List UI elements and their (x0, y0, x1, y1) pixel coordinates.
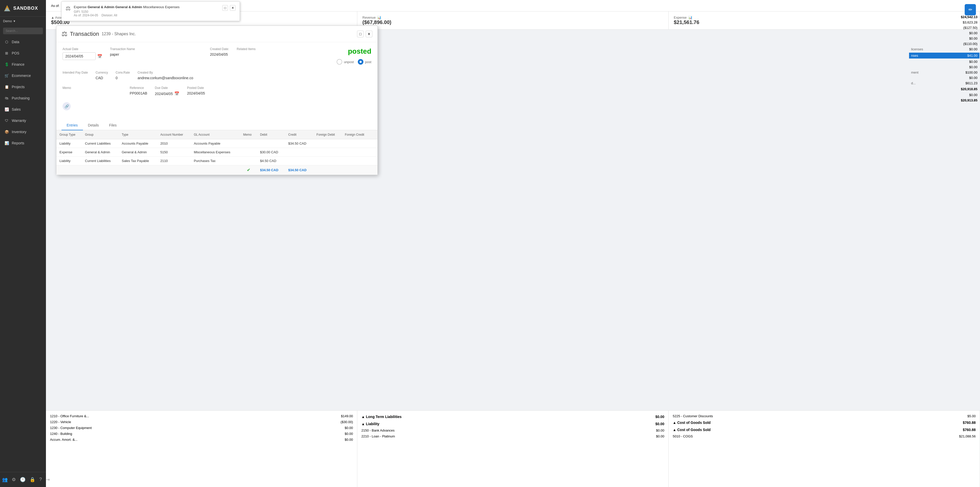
sidebar-item-sales[interactable]: 📈 Sales (0, 104, 46, 115)
sidebar-item-finance[interactable]: 💲 Finance (0, 59, 46, 70)
actual-date-input[interactable]: 2024/04/05 (62, 53, 96, 60)
totals-check-icon: ✔ (240, 165, 257, 175)
projects-icon: 📋 (4, 84, 9, 89)
form-row-1: Actual Date 2024/04/05 📅 Transaction Nam… (62, 47, 371, 65)
app-name: SANDBOX (13, 6, 38, 11)
cell-memo-3 (240, 156, 257, 165)
expense-popup-close[interactable]: ✕ (230, 5, 235, 11)
status-field: posted unpost post (337, 47, 371, 65)
actual-date-field: Actual Date 2024/04/05 📅 (62, 47, 102, 60)
cell-group-1: Current Liabilities (82, 139, 119, 148)
due-date-label: Due Date (155, 86, 180, 90)
gear-icon[interactable]: ⚙ (10, 475, 18, 484)
table-row: Expense General & Admin General & Admin … (56, 148, 377, 156)
sidebar-item-reports[interactable]: 📊 Reports (0, 137, 46, 149)
scales-icon: ⚖ (65, 5, 71, 12)
bottom-col-1: 1210 - Office Furniture &... $149.00 122… (46, 410, 357, 487)
sidebar-item-ecommerce[interactable]: 🛒 Ecommerce (0, 70, 46, 81)
sidebar-item-projects[interactable]: 📋 Projects (0, 81, 46, 93)
col-scrollbar (371, 130, 377, 139)
intended-pay-date-field: Intended Pay Date (62, 71, 88, 74)
totals-scrollbar (371, 165, 377, 175)
pos-icon: ⊞ (4, 51, 9, 56)
expense-dept2: General & Admin (115, 5, 142, 9)
post-option[interactable]: post (358, 59, 371, 65)
reports-icon: 📊 (4, 141, 9, 145)
created-date-field: Created Date: 2024/04/05 (210, 47, 229, 56)
cell-group-3: Current Liabilities (82, 156, 119, 165)
expense-popup-maximize[interactable]: □ (222, 5, 228, 11)
reference-value: PP0001AB (130, 91, 147, 95)
logout-icon[interactable]: ⇥ (44, 475, 52, 484)
col-debit: Debit (257, 130, 285, 139)
clock-icon[interactable]: 🕐 (18, 475, 27, 484)
actual-date-calendar-icon[interactable]: 📅 (97, 54, 102, 59)
modal-body: Actual Date 2024/04/05 📅 Transaction Nam… (56, 42, 377, 118)
cogs2-label: ▲ Cost of Goods Sold (673, 428, 711, 432)
unpost-radio[interactable] (337, 59, 342, 65)
cell-group-type-2: Expense (56, 148, 82, 156)
cell-foreign-credit-1 (342, 139, 371, 148)
expense-popup-controls: □ ✕ (222, 5, 235, 11)
logo-area: SANDBOX (0, 0, 46, 17)
lock-icon[interactable]: 🔒 (27, 475, 37, 484)
search-area (0, 26, 46, 36)
tab-details[interactable]: Details (83, 121, 104, 130)
table-row: Liability Current Liabilities Accounts P… (56, 139, 377, 148)
logo-icon (3, 4, 11, 12)
scrollbar-3 (371, 156, 377, 165)
edit-fab-button[interactable]: ✏ (965, 4, 976, 15)
modal-maximize-button[interactable]: □ (357, 31, 364, 37)
llt-value: $0.00 (655, 415, 664, 419)
sidebar-item-data[interactable]: ⬡ Data (0, 36, 46, 48)
people-icon[interactable]: 👥 (0, 475, 10, 484)
cell-type-1: Accounts Payable (119, 139, 157, 148)
env-selector[interactable]: Demo ▾ (0, 17, 46, 26)
bottom-col-3: 5225 - Customer Discounts $5.00 ▲ Cost o… (669, 410, 980, 487)
created-date-value: 2024/04/05 (210, 53, 229, 56)
posted-date-field: Posted Date 2024/04/05 (187, 86, 205, 95)
item-value-accum: $0.00 (345, 438, 353, 442)
sidebar-item-inventory[interactable]: 📦 Inventory (0, 126, 46, 137)
bottom-item-1240: 1240 - Building $0.00 (50, 431, 353, 437)
tab-entries[interactable]: Entries (62, 121, 83, 130)
sidebar-item-pos[interactable]: ⊞ POS (0, 48, 46, 59)
link-button[interactable]: 🔗 (62, 102, 71, 110)
related-items-label: Related Items (237, 47, 329, 51)
unpost-option[interactable]: unpost (337, 59, 354, 65)
col-foreign-debit: Foreign Debit (313, 130, 342, 139)
expense-as-of: As of: 2024-04-05 Division: All (74, 14, 180, 17)
cell-foreign-credit-2 (342, 148, 371, 156)
warranty-icon: 🛡 (4, 118, 9, 123)
rp-item-1: $0.00 (911, 59, 977, 64)
totals-foreign-debit (313, 165, 342, 175)
revenue-chart-icon[interactable]: 📊 (377, 16, 381, 19)
sidebar-item-warranty[interactable]: 🛡 Warranty (0, 115, 46, 126)
modal-scales-icon: ⚖ (62, 30, 67, 38)
cell-foreign-debit-2 (313, 148, 342, 156)
post-radio[interactable] (358, 59, 363, 65)
entries-table: Group Type Group Type Account Number GL … (56, 130, 377, 175)
cogs-header: ▲ Cost of Goods Sold $760.88 (673, 419, 976, 426)
tab-files[interactable]: Files (104, 121, 122, 130)
bottom-item-2150: 2150 - Bank Advances $0.00 (361, 428, 664, 433)
cogs-value: $760.88 (963, 421, 976, 425)
bottom-item-1210: 1210 - Office Furniture &... $149.00 (50, 413, 353, 419)
transaction-name-label: Transaction Name (110, 47, 202, 51)
due-date-calendar-icon[interactable]: 📅 (174, 91, 180, 96)
due-date-field: Due Date 2024/04/05 📅 (155, 86, 180, 96)
right-value-5: ($110.00) (911, 41, 977, 46)
sidebar: SANDBOX Demo ▾ ⬡ Data ⊞ POS 💲 Finance 🛒 … (0, 0, 46, 487)
bottom-col-2: ▲ Long Term Liabilities $0.00 ▲ Liabilit… (357, 410, 669, 487)
search-input[interactable] (3, 27, 43, 34)
expense-popup: ⚖ Expense General & Admin General & Admi… (61, 1, 240, 21)
help-icon[interactable]: ? (37, 475, 44, 484)
sidebar-item-purchasing[interactable]: 🛍 Purchasing (0, 93, 46, 104)
modal-close-button[interactable]: ✕ (366, 31, 372, 37)
item-label-1240: 1240 - Building (50, 432, 72, 436)
modal-header: ⚖ Transaction 1239 - Shapes Inc. □ ✕ (56, 26, 377, 42)
reference-label: Reference (130, 86, 147, 90)
liability-label: ▲ Liability (361, 422, 380, 426)
main-content: As of: ▲ Asset 📊 $500.00 Revenue 📊 ($67,… (46, 0, 980, 487)
expense-chart-icon[interactable]: 📊 (688, 16, 692, 19)
